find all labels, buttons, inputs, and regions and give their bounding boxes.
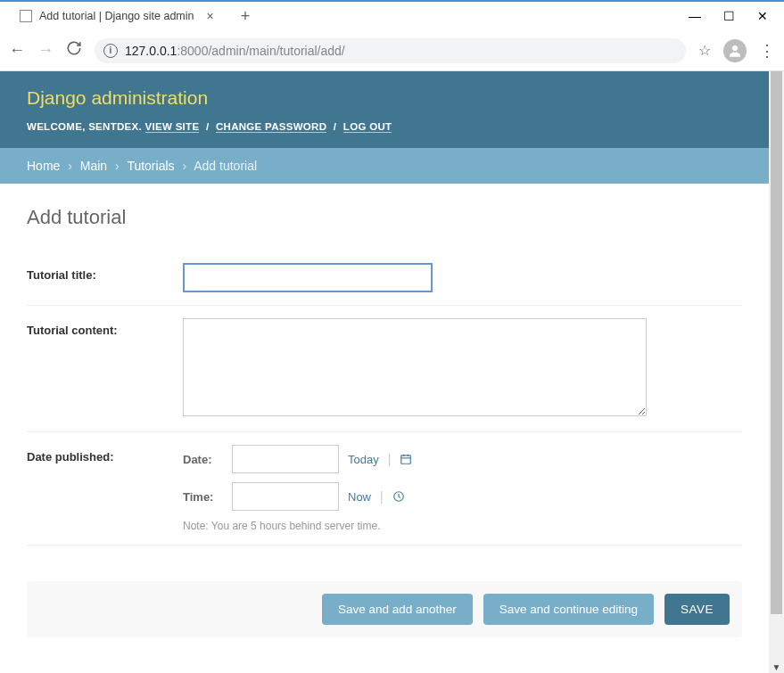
browser-menu-icon[interactable]: ⋮ [759,41,775,61]
user-tools: WELCOME, SENTDEX. VIEW SITE / CHANGE PAS… [27,121,742,132]
tutorial-content-label: Tutorial content: [27,318,183,337]
submit-row: Save and add another Save and continue e… [27,581,742,637]
scrollbar-down-arrow[interactable]: ▼ [769,660,784,673]
page-favicon [20,10,32,22]
vertical-scrollbar[interactable]: ▼ [769,71,784,673]
date-sublabel: Date: [183,453,223,466]
save-button[interactable]: SAVE [664,594,730,625]
save-add-another-button[interactable]: Save and add another [322,594,473,625]
minimize-button[interactable]: — [686,9,704,23]
breadcrumb-current: Add tutorial [194,159,257,173]
calendar-icon[interactable] [400,453,412,465]
time-sublabel: Time: [183,490,223,504]
tab-title: Add tutorial | Django site admin [39,10,194,22]
date-input[interactable] [232,445,339,473]
site-info-icon[interactable]: i [103,44,118,58]
save-continue-button[interactable]: Save and continue editing [483,594,654,625]
date-published-label: Date published: [27,445,183,464]
view-site-link[interactable]: VIEW SITE [145,121,200,133]
today-link[interactable]: Today [348,453,379,466]
bookmark-star-icon[interactable]: ☆ [698,42,711,59]
welcome-text: WELCOME, [27,121,88,132]
timezone-helptext: Note: You are 5 hours behind server time… [183,520,742,532]
new-tab-button[interactable]: + [241,7,251,26]
address-bar[interactable]: i 127.0.0.1:8000/admin/main/tutorial/add… [95,38,686,63]
clock-icon[interactable] [392,490,405,503]
reload-button[interactable] [66,40,82,61]
site-title: Django administration [27,87,742,109]
tutorial-title-input[interactable] [183,263,433,292]
back-button[interactable]: ← [9,41,25,60]
profile-avatar-icon[interactable] [723,39,747,62]
page-title: Add tutorial [27,206,742,229]
breadcrumb-main[interactable]: Main [80,159,107,173]
username: SENTDEX [88,121,138,132]
breadcrumb-home[interactable]: Home [27,159,60,173]
browser-tab[interactable]: Add tutorial | Django site admin × [9,4,225,29]
url-port: :8000 [177,44,208,58]
scrollbar-thumb[interactable] [771,71,782,614]
svg-rect-1 [401,456,411,464]
tutorial-content-textarea[interactable] [183,318,647,416]
svg-point-0 [732,45,738,51]
url-host: 127.0.0.1 [125,44,177,58]
breadcrumb-tutorials[interactable]: Tutorials [127,159,174,173]
breadcrumb: Home › Main › Tutorials › Add tutorial [0,148,769,184]
forward-button[interactable]: → [37,41,54,60]
now-link[interactable]: Now [348,490,371,504]
close-window-button[interactable]: ✕ [754,9,772,23]
change-password-link[interactable]: CHANGE PASSWORD [216,121,326,133]
time-input[interactable] [232,482,339,511]
maximize-button[interactable]: ☐ [720,9,738,23]
tutorial-title-label: Tutorial title: [27,263,183,282]
url-path: /admin/main/tutorial/add/ [208,44,344,58]
close-tab-icon[interactable]: × [206,9,213,23]
logout-link[interactable]: LOG OUT [343,121,392,133]
